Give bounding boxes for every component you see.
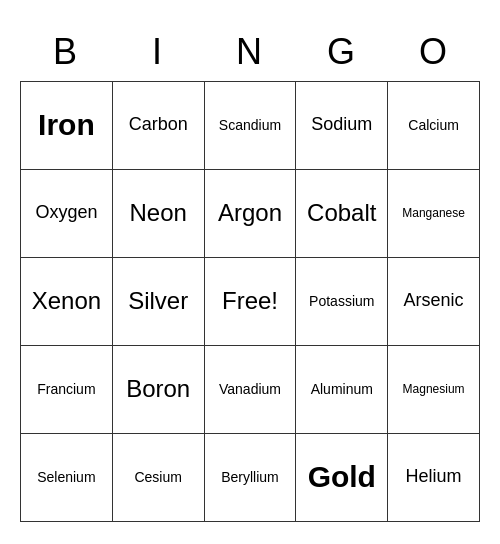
cell-text-4-2: Beryllium bbox=[221, 469, 279, 486]
cell-text-0-0: Iron bbox=[38, 107, 95, 143]
bingo-cell-2-0: Xenon bbox=[21, 258, 113, 346]
bingo-cell-4-1: Cesium bbox=[113, 434, 205, 522]
bingo-cell-4-0: Selenium bbox=[21, 434, 113, 522]
cell-text-0-2: Scandium bbox=[219, 117, 281, 134]
cell-text-4-0: Selenium bbox=[37, 469, 95, 486]
cell-text-4-1: Cesium bbox=[134, 469, 181, 486]
cell-text-1-2: Argon bbox=[218, 199, 282, 228]
cell-text-0-1: Carbon bbox=[129, 114, 188, 136]
bingo-header: BINGO bbox=[20, 23, 480, 81]
cell-text-2-0: Xenon bbox=[32, 287, 101, 316]
cell-text-4-3: Gold bbox=[308, 459, 376, 495]
cell-text-0-4: Calcium bbox=[408, 117, 459, 134]
cell-text-3-3: Aluminum bbox=[311, 381, 373, 398]
bingo-cell-2-1: Silver bbox=[113, 258, 205, 346]
bingo-cell-1-4: Manganese bbox=[388, 170, 480, 258]
bingo-cell-0-1: Carbon bbox=[113, 82, 205, 170]
cell-text-3-1: Boron bbox=[126, 375, 190, 404]
cell-text-3-4: Magnesium bbox=[403, 382, 465, 396]
bingo-cell-1-2: Argon bbox=[205, 170, 297, 258]
header-letter-B: B bbox=[20, 23, 112, 81]
cell-text-4-4: Helium bbox=[406, 466, 462, 488]
cell-text-2-2: Free! bbox=[222, 287, 278, 316]
bingo-cell-4-3: Gold bbox=[296, 434, 388, 522]
bingo-card: BINGO IronCarbonScandiumSodiumCalciumOxy… bbox=[20, 23, 480, 522]
bingo-cell-4-4: Helium bbox=[388, 434, 480, 522]
header-letter-I: I bbox=[112, 23, 204, 81]
cell-text-1-4: Manganese bbox=[402, 206, 465, 220]
cell-text-0-3: Sodium bbox=[311, 114, 372, 136]
bingo-cell-0-4: Calcium bbox=[388, 82, 480, 170]
cell-text-2-1: Silver bbox=[128, 287, 188, 316]
bingo-cell-2-4: Arsenic bbox=[388, 258, 480, 346]
bingo-cell-1-3: Cobalt bbox=[296, 170, 388, 258]
bingo-cell-2-3: Potassium bbox=[296, 258, 388, 346]
cell-text-2-4: Arsenic bbox=[404, 290, 464, 312]
bingo-cell-1-1: Neon bbox=[113, 170, 205, 258]
cell-text-3-2: Vanadium bbox=[219, 381, 281, 398]
bingo-cell-0-3: Sodium bbox=[296, 82, 388, 170]
cell-text-1-1: Neon bbox=[130, 199, 187, 228]
bingo-cell-0-2: Scandium bbox=[205, 82, 297, 170]
bingo-cell-3-0: Francium bbox=[21, 346, 113, 434]
header-letter-G: G bbox=[296, 23, 388, 81]
bingo-cell-2-2: Free! bbox=[205, 258, 297, 346]
header-letter-O: O bbox=[388, 23, 480, 81]
cell-text-3-0: Francium bbox=[37, 381, 95, 398]
cell-text-1-3: Cobalt bbox=[307, 199, 376, 228]
bingo-cell-3-1: Boron bbox=[113, 346, 205, 434]
header-letter-N: N bbox=[204, 23, 296, 81]
bingo-cell-3-4: Magnesium bbox=[388, 346, 480, 434]
bingo-cell-4-2: Beryllium bbox=[205, 434, 297, 522]
cell-text-1-0: Oxygen bbox=[35, 202, 97, 224]
bingo-cell-0-0: Iron bbox=[21, 82, 113, 170]
bingo-grid: IronCarbonScandiumSodiumCalciumOxygenNeo… bbox=[20, 81, 480, 522]
cell-text-2-3: Potassium bbox=[309, 293, 374, 310]
bingo-cell-3-3: Aluminum bbox=[296, 346, 388, 434]
bingo-cell-1-0: Oxygen bbox=[21, 170, 113, 258]
bingo-cell-3-2: Vanadium bbox=[205, 346, 297, 434]
